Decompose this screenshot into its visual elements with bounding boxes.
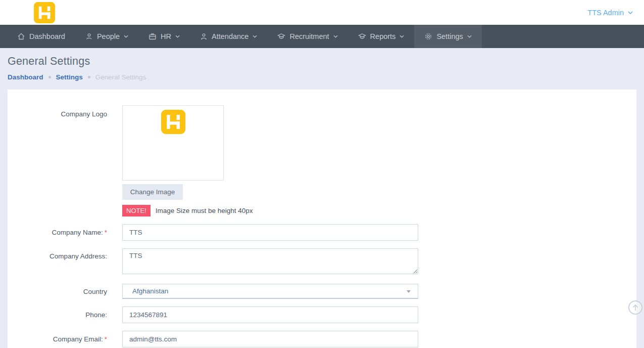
company-name-label: Company Name:* (8, 229, 107, 236)
nav-item-label: Recruitment (289, 32, 329, 40)
graduation-cap-icon (277, 32, 285, 40)
person-clock-icon (200, 32, 208, 40)
company-logo-h-icon (34, 2, 55, 23)
chevron-down-icon (124, 35, 128, 38)
general-settings-panel: Company Logo Change Image NOTE! Image Si… (8, 90, 636, 348)
person-icon (85, 32, 93, 40)
nav-item-attendance[interactable]: Attendance (190, 25, 267, 48)
gear-icon (424, 32, 432, 40)
nav-item-reports[interactable]: Reports (348, 25, 415, 48)
company-name-input[interactable] (122, 224, 418, 241)
required-marker: * (105, 229, 107, 236)
nav-item-settings[interactable]: Settings (414, 25, 481, 48)
nav-item-label: Reports (370, 32, 396, 40)
change-image-button[interactable]: Change Image (122, 184, 183, 200)
form-row-company-email: Company Email:* (8, 331, 636, 347)
main-navbar: Dashboard People HR Attendance (0, 25, 644, 48)
briefcase-icon (148, 32, 157, 40)
nav-item-label: HR (161, 32, 171, 40)
chevron-down-icon (175, 35, 180, 38)
nav-item-label: People (97, 32, 120, 40)
chevron-down-icon (628, 11, 633, 14)
company-logo-label: Company Logo (8, 105, 107, 216)
form-row-country: Country Afghanistan (8, 284, 636, 299)
note-text: Image Size must be height 40px (156, 207, 253, 214)
note-badge: NOTE! (122, 205, 151, 216)
nav-item-hr[interactable]: HR (138, 25, 190, 48)
company-logo[interactable] (34, 2, 55, 23)
chevron-down-icon (253, 35, 257, 38)
top-header: TTS Admin (0, 0, 644, 25)
nav-item-label: Settings (436, 32, 463, 40)
country-label: Country (8, 288, 107, 295)
scroll-to-top-button[interactable] (628, 300, 642, 315)
page-title: General Settings (8, 55, 636, 68)
graduation-cap-icon (358, 32, 366, 40)
required-marker: * (105, 335, 107, 343)
nav-item-people[interactable]: People (75, 25, 138, 48)
form-row-phone: Phone: (8, 307, 636, 323)
user-menu-label: TTS Admin (587, 9, 624, 17)
user-menu[interactable]: TTS Admin (587, 9, 633, 17)
chevron-down-icon (467, 35, 472, 38)
country-select[interactable]: Afghanistan (122, 284, 418, 299)
company-address-label: Company Address: (8, 248, 107, 276)
breadcrumb-link-dashboard[interactable]: Dashboard (8, 73, 43, 81)
page-head: General Settings Dashboard Settings Gene… (0, 48, 644, 81)
form-row-company-address: Company Address: TTS (8, 248, 636, 276)
home-icon (17, 32, 25, 40)
company-email-input[interactable] (122, 331, 418, 347)
nav-item-label: Attendance (212, 32, 249, 40)
chevron-down-icon (400, 35, 404, 38)
breadcrumb: Dashboard Settings General Settings (8, 73, 636, 81)
nav-item-recruitment[interactable]: Recruitment (267, 25, 348, 48)
breadcrumb-separator (48, 76, 51, 78)
arrow-up-icon (632, 304, 638, 311)
country-select-value: Afghanistan (132, 287, 168, 295)
breadcrumb-current: General Settings (95, 73, 146, 81)
company-logo-h-icon (161, 110, 185, 134)
nav-item-dashboard[interactable]: Dashboard (7, 25, 75, 48)
form-row-company-logo: Company Logo Change Image NOTE! Image Si… (8, 105, 636, 216)
chevron-down-icon (333, 35, 338, 38)
dropdown-arrow-icon (407, 290, 411, 293)
logo-note: NOTE! Image Size must be height 40px (122, 205, 418, 216)
nav-item-label: Dashboard (29, 32, 65, 40)
company-address-textarea[interactable]: TTS (122, 248, 418, 274)
phone-label: Phone: (8, 311, 107, 319)
phone-input[interactable] (122, 307, 418, 323)
breadcrumb-link-settings[interactable]: Settings (56, 73, 83, 81)
form-row-company-name: Company Name:* (8, 224, 636, 241)
breadcrumb-separator (88, 76, 90, 78)
company-logo-preview (122, 105, 224, 181)
company-email-label: Company Email:* (8, 335, 107, 343)
